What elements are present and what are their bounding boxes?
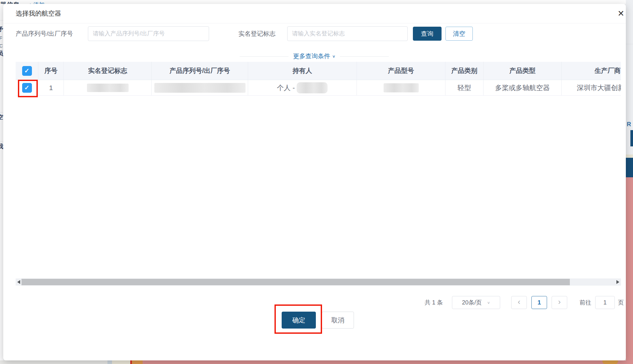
scroll-left-arrow-icon[interactable]	[17, 280, 20, 284]
row-select-cell: ✓	[16, 80, 38, 95]
select-all-cell: ✓	[16, 62, 38, 80]
column-header-serial-number: 产品序列号/出厂序号	[152, 62, 248, 80]
column-header-product-type: 产品类型	[484, 62, 562, 80]
pagination-total: 共 1 条	[425, 299, 443, 306]
background-color-block	[626, 158, 633, 177]
dialog-header-divider	[3, 23, 626, 23]
horizontal-scrollbar[interactable]	[16, 278, 621, 286]
chevron-left-icon: ‹	[518, 298, 520, 306]
row-registration-mark-cell	[64, 80, 152, 95]
pagination: 共 1 条 20条/页 ∨ ‹ 1 › 前往 页	[423, 296, 624, 309]
background-text-fragment: 矛	[0, 25, 3, 33]
dialog-title: 选择我的航空器	[16, 9, 61, 18]
row-manufacturer-cell: 深圳市大疆创新科技	[562, 80, 621, 95]
background-color-block	[626, 155, 633, 158]
redacted-value	[154, 83, 246, 93]
background-add-link-fragment: + 添加	[29, 1, 45, 4]
column-header-registration-mark: 实名登记标志	[64, 62, 152, 80]
page-size-select[interactable]: 20条/页 ∨	[452, 296, 500, 309]
scrollbar-thumb[interactable]	[21, 279, 570, 285]
serial-number-input[interactable]	[88, 26, 209, 41]
select-all-checkbox[interactable]: ✓	[22, 66, 32, 76]
row-index-cell: 1	[38, 80, 64, 95]
background-divider	[0, 112, 3, 113]
background-divider	[0, 142, 3, 142]
cancel-button[interactable]: 取消	[322, 312, 354, 329]
more-conditions-link[interactable]: 更多查询条件 ∨	[293, 52, 335, 61]
goto-page-input[interactable]	[595, 296, 615, 309]
page-unit-label: 页	[618, 299, 624, 306]
background-left-strip: 矛 F C 员 空 我	[0, 4, 3, 360]
prev-page-button[interactable]: ‹	[511, 296, 527, 309]
check-icon: ✓	[24, 85, 30, 91]
background-bottom-strip	[0, 360, 626, 364]
divider-line	[240, 56, 288, 57]
column-header-manufacturer: 生产厂商	[562, 62, 621, 80]
current-page: 1	[538, 299, 541, 306]
background-text-fragment: 员	[0, 49, 3, 57]
clear-button[interactable]: 清空	[445, 27, 473, 41]
background-color-block	[626, 177, 633, 364]
holder-prefix: 个人 -	[277, 83, 295, 92]
background-color-block	[107, 360, 112, 364]
column-header-holder: 持有人	[248, 62, 357, 80]
row-product-type-cell: 多桨或多轴航空器	[484, 80, 562, 95]
row-product-category-cell: 轻型	[445, 80, 484, 95]
chevron-down-icon: ∨	[332, 54, 335, 59]
divider-line	[340, 56, 389, 57]
background-color-block	[112, 360, 130, 364]
scroll-right-arrow-icon[interactable]	[616, 280, 619, 284]
background-divider	[626, 44, 633, 44]
registration-mark-label: 实名登记标志	[238, 26, 275, 41]
background-color-block	[132, 360, 143, 364]
table-row[interactable]: ✓ 1 个人 - 轻型 多桨或多轴航空器 深圳市大疆创新科技	[16, 80, 621, 96]
background-color-block	[602, 360, 618, 364]
serial-number-label: 产品序列号/出厂序号	[16, 26, 73, 41]
table-header-row: ✓ 序号 实名登记标志 产品序列号/出厂序号 持有人 产品型号 产品类别 产品类…	[16, 62, 621, 80]
chevron-down-icon: ∨	[487, 301, 490, 304]
column-header-index: 序号	[38, 62, 64, 80]
row-checkbox[interactable]: ✓	[22, 83, 32, 93]
column-header-product-model: 产品型号	[357, 62, 445, 80]
background-text-fragment: R	[627, 121, 631, 128]
close-icon[interactable]: ✕	[616, 8, 626, 19]
confirm-button[interactable]: 确定	[282, 312, 316, 329]
column-header-product-category: 产品类别	[445, 62, 484, 80]
more-conditions-label: 更多查询条件	[293, 52, 330, 61]
page-number-button[interactable]: 1	[531, 296, 547, 309]
background-top-strip: 器信息 + 添加	[0, 0, 626, 4]
row-holder-cell: 个人 -	[248, 80, 357, 95]
background-divider	[0, 20, 3, 20]
aircraft-table: ✓ 序号 实名登记标志 产品序列号/出厂序号 持有人 产品型号 产品类别 产品类…	[16, 62, 621, 96]
redacted-value	[87, 84, 129, 92]
row-product-model-cell	[357, 80, 445, 95]
more-conditions-row: 更多查询条件 ∨	[238, 51, 391, 61]
screen: 器信息 + 添加 矛 F C 员 空 我 R 选择我的航空器 ✕ 产品序列号	[0, 0, 633, 364]
next-page-button[interactable]: ›	[552, 296, 567, 309]
background-text-fragment: C	[0, 43, 3, 48]
background-text-fragment: F	[0, 35, 2, 41]
background-text-fragment: 我	[0, 142, 3, 150]
goto-label: 前往	[580, 299, 591, 306]
background-color-block	[143, 360, 626, 364]
registration-mark-input[interactable]	[287, 26, 408, 41]
page-size-value: 20条/页	[462, 299, 482, 306]
redacted-value	[384, 83, 419, 92]
background-right-strip: R	[626, 0, 633, 364]
background-color-block	[0, 360, 107, 364]
background-text-fragment: 空	[0, 113, 3, 121]
row-serial-number-cell	[152, 80, 248, 95]
search-button[interactable]: 查询	[413, 27, 442, 41]
background-color-block	[630, 130, 633, 146]
check-icon: ✓	[24, 68, 30, 74]
redacted-value	[297, 82, 328, 93]
background-section-title-fragment: 器信息	[0, 1, 20, 4]
chevron-right-icon: ›	[558, 298, 561, 306]
